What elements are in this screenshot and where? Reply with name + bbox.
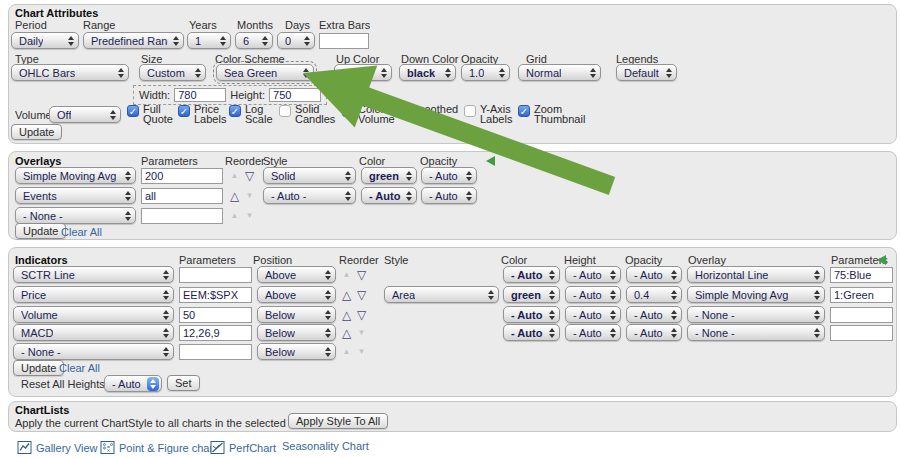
range-select[interactable]: Predefined Range [83,32,184,49]
color-volume-checkbox[interactable] [342,105,354,117]
indicator-color-select[interactable]: - Auto - [503,324,560,341]
indicator-position-select[interactable]: Below [257,324,336,341]
log-scale-checkbox[interactable] [229,105,241,117]
reorder-down-icon[interactable] [356,268,367,282]
indicator-opacity-select[interactable]: 0.4 [626,286,682,303]
period-select[interactable]: Daily [11,32,79,49]
indicator-overlay-select[interactable]: Horizontal Line [687,266,825,283]
width-input[interactable] [174,88,226,102]
indicator-opacity-select[interactable]: - Auto - [626,306,682,323]
indicator-position-select[interactable]: Below [257,306,336,323]
clear-all-link[interactable]: Clear All [61,226,102,238]
indicator-opacity-select[interactable]: - Auto - [626,266,682,283]
indicator-position-select[interactable]: Below [257,343,336,360]
indicator-height-select[interactable]: - Auto - [565,286,621,303]
y-axis-labels-checkbox[interactable] [464,105,476,117]
indicator-select[interactable]: MACD [13,324,174,341]
size-select[interactable]: Custom [139,64,206,81]
update-button[interactable]: Update [15,223,66,239]
indicator-overlay-params-input[interactable] [830,267,893,283]
indicator-params-input[interactable] [179,344,252,360]
indicator-params-input[interactable] [179,307,252,323]
days-select[interactable]: 0 [277,32,315,49]
solid-candles-checkbox[interactable] [279,105,291,117]
overlay-select[interactable]: Simple Moving Avg [15,167,136,184]
stepper-icon [814,310,820,320]
indicator-position-select[interactable]: Above [257,266,336,283]
smoothed-checkbox[interactable] [392,105,404,117]
overlay-params-input[interactable] [141,188,223,204]
stepper-icon [325,328,331,338]
indicator-select[interactable]: - None - [13,343,174,360]
indicator-position-select[interactable]: Above [257,286,336,303]
overlay-select[interactable]: - None - [15,207,136,224]
volume-select[interactable]: Off [49,106,121,123]
reorder-up-icon[interactable] [341,308,352,322]
indicator-height-select[interactable]: - Auto - [565,306,621,323]
indicator-overlay-params-input[interactable] [830,325,893,341]
price-labels-checkbox[interactable] [178,105,190,117]
set-button[interactable]: Set [167,375,200,391]
months-select[interactable]: 6 [235,32,273,49]
select-value: - Auto - [429,170,461,182]
color-scheme-select[interactable]: Sea Green [216,64,314,81]
overlay-params-input[interactable] [141,168,223,184]
indicator-style-select[interactable]: Area [384,286,499,303]
reset-heights-select[interactable]: - Auto - [104,375,162,392]
reorder-up-icon[interactable] [341,326,352,340]
reorder-down-icon[interactable] [356,308,367,322]
indicator-color-select[interactable]: green [503,286,560,303]
opacity-select[interactable]: 1.0 [461,64,510,81]
reorder-down-icon[interactable] [356,288,367,302]
zoom-thumbnail-checkbox[interactable] [518,105,530,117]
reorder-up-icon[interactable] [341,288,352,302]
indicator-params-input[interactable] [179,325,252,341]
legends-select[interactable]: Default [616,64,677,81]
perfchart-link[interactable]: PerfChart [210,440,276,455]
indicator-select[interactable]: Price [13,286,174,303]
overlay-select[interactable]: Events [15,187,136,204]
select-value: Above [265,289,296,301]
indicator-select[interactable]: Volume [13,306,174,323]
extra-bars-input[interactable] [319,33,369,49]
indicator-overlay-select[interactable]: - None - [687,324,825,341]
full-quote-checkbox[interactable] [127,105,139,117]
overlay-color-select[interactable]: - Auto - [361,187,417,204]
collapse-icon[interactable] [877,255,886,265]
indicator-params-input[interactable] [179,267,252,283]
reorder-up-icon[interactable] [229,189,240,203]
indicator-color-select[interactable]: - Auto - [503,266,560,283]
indicator-overlay-select[interactable]: Simple Moving Avg [687,286,825,303]
overlay-style-select[interactable]: Solid [263,167,356,184]
years-select[interactable]: 1 [187,32,231,49]
update-button[interactable]: Update [11,124,62,140]
up-color-select[interactable]: - Auto - [334,64,392,81]
seasonality-chart-link[interactable]: Seasonality Chart [282,440,369,452]
point-figure-link[interactable]: Point & Figure chart [100,440,216,455]
update-button[interactable]: Update [13,360,64,376]
height-input[interactable] [269,88,321,102]
down-color-select[interactable]: black [399,64,456,81]
collapse-icon[interactable] [486,156,495,166]
indicator-opacity-select[interactable]: - Auto - [626,324,682,341]
overlay-opacity-select[interactable]: - Auto - [421,187,477,204]
clear-all-link[interactable]: Clear All [59,362,100,374]
indicator-params-input[interactable] [179,287,252,303]
overlay-color-select[interactable]: green [361,167,417,184]
overlay-style-select[interactable]: - Auto - [263,187,356,204]
indicator-height-select[interactable]: - Auto - [565,324,621,341]
select-value: - Auto - [511,269,544,281]
grid-select[interactable]: Normal [518,64,601,81]
gallery-view-link[interactable]: Gallery View [17,440,98,455]
type-select[interactable]: OHLC Bars [11,64,129,81]
apply-style-to-all-button[interactable]: Apply Style To All [288,413,388,429]
indicator-select[interactable]: SCTR Line [13,266,174,283]
indicator-color-select[interactable]: - Auto - [503,306,560,323]
overlay-opacity-select[interactable]: - Auto - [421,167,477,184]
indicator-overlay-params-input[interactable] [830,307,893,323]
overlay-params-input[interactable] [141,208,223,224]
indicator-overlay-select[interactable]: - None - [687,306,825,323]
reorder-down-icon[interactable] [244,169,255,183]
indicator-height-select[interactable]: - Auto - [565,266,621,283]
indicator-overlay-params-input[interactable] [830,287,893,303]
